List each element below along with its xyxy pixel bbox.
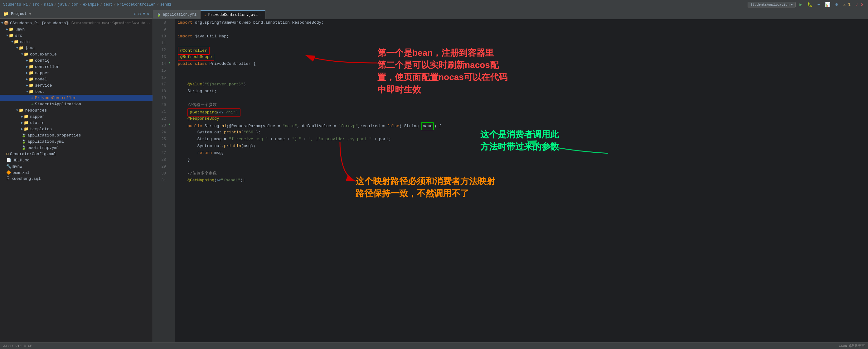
controller-label: controller	[35, 65, 59, 69]
line-num-31: 31	[153, 177, 166, 184]
tree-java[interactable]: ▼ 📁 java	[0, 45, 153, 51]
tree-help-md[interactable]: 📄 HELP.md	[0, 157, 153, 163]
code-lines[interactable]: import org.springframework.web.bind.anno…	[175, 19, 868, 342]
tree-mapper2[interactable]: ▶ 📁 mapper	[0, 113, 153, 120]
code-line-19	[178, 95, 865, 102]
code-line-26: System.out.println(msg);	[178, 143, 865, 149]
main-label: main	[20, 40, 30, 44]
profile-button[interactable]: 📊	[824, 1, 832, 8]
tree-generator-config[interactable]: ⚙ GeneratorConfig.xml	[0, 151, 153, 157]
sidebar: 📁 Project ▼ ⊕ ⚙ ≡ ✕ ▼ 📦 CStudents_P1 [cs…	[0, 9, 153, 342]
line-num-18: 18	[153, 88, 166, 95]
tree-students-application[interactable]: ☕ StudentsApplication	[0, 101, 153, 107]
tab-privode-controller[interactable]: ☕ PrivodeController.java ✕	[200, 10, 266, 19]
settings-button[interactable]: ⚙	[834, 1, 839, 8]
tree-pom-xml[interactable]: 🔶 pom.xml	[0, 170, 153, 176]
tree-config[interactable]: ▶ 📁 config	[0, 57, 153, 64]
test-label: test	[35, 90, 44, 94]
app-props-label: application.properties	[27, 133, 81, 138]
line-num-9: 9	[153, 26, 166, 33]
code-line-14: public class PrivodeController {	[178, 61, 865, 67]
scope-icon[interactable]: ⊕	[134, 11, 136, 16]
tree-test[interactable]: ▼ 📁 test	[0, 89, 153, 95]
line-num-22: 22	[153, 115, 166, 122]
line-num-16: 16	[153, 74, 166, 81]
code-line-11	[178, 40, 865, 47]
tab-application-yml[interactable]: 🍃 application.yml	[153, 10, 200, 19]
line-numbers: 8 9 10 11 12 13 14 15 16 17 18 19 20 21	[153, 19, 168, 342]
tree-model[interactable]: ▶ 📁 model	[0, 76, 153, 82]
tree-main[interactable]: ▼ 📁 main	[0, 39, 153, 45]
tree-com-example[interactable]: ▼ 📁 com.example	[0, 51, 153, 57]
tree-mvn[interactable]: ▶ 📁 .mvn	[0, 26, 153, 32]
line-num-11: 11	[153, 40, 166, 47]
code-line-28: }	[178, 156, 865, 163]
line-num-19: 19	[153, 95, 166, 102]
tree-app-yml[interactable]: 🍃 application.yml	[0, 138, 153, 145]
static-label: static	[30, 120, 44, 125]
line-num-8: 8	[153, 19, 166, 26]
line-num-20: 20	[153, 102, 166, 108]
tree-resources[interactable]: ▼ 📁 resources	[0, 107, 153, 113]
editor-content[interactable]: 8 9 10 11 12 13 14 15 16 17 18 19 20 21	[153, 19, 868, 342]
tree-mvnw[interactable]: 🔧 mvnw	[0, 163, 153, 170]
line-num-23: 23	[153, 122, 166, 129]
status-left: 23:47 UTF-8 LF	[3, 344, 32, 348]
code-line-31: @GetMapping(⊙∨"/send1")|	[178, 177, 865, 184]
code-line-8: import org.springframework.web.bind.anno…	[178, 19, 865, 26]
coverage-button[interactable]: ☂	[816, 1, 821, 8]
line-num-29: 29	[153, 163, 166, 170]
code-line-18: String port;	[178, 88, 865, 95]
hide-icon[interactable]: ✕	[147, 11, 149, 16]
line-num-26: 26	[153, 143, 166, 149]
code-line-24: System.out.println("666");	[178, 129, 865, 136]
csdn-label: CSDN @君攸于市	[839, 343, 865, 348]
line-num-15: 15	[153, 67, 166, 74]
code-line-21: @GetMapping(⊙∨"/hi")	[178, 108, 865, 115]
code-line-23: public String hi(@RequestParam(value = "…	[178, 122, 865, 129]
run-button[interactable]: ▶	[798, 1, 803, 8]
debug-button[interactable]: 🐛	[806, 1, 814, 8]
run-config-selector[interactable]: StudentsApplication ▼	[748, 2, 796, 7]
code-line-10: import java.util.Map;	[178, 33, 865, 40]
tree-service[interactable]: ▶ 📁 service	[0, 82, 153, 89]
gear-icon[interactable]: ⚙	[138, 11, 141, 16]
line-num-14: 14	[153, 61, 166, 67]
yml-tab-icon: 🍃	[157, 13, 161, 17]
root-label: CStudents_P1 [cstudents]	[10, 21, 68, 26]
tab-close-button[interactable]: ✕	[259, 13, 261, 17]
tab-bar: 🍃 application.yml ☕ PrivodeController.ja…	[153, 9, 868, 19]
file-tree: ▼ 📦 CStudents_P1 [cstudents] E:\test\cst…	[0, 19, 153, 183]
tree-static[interactable]: ▶ 📁 static	[0, 120, 153, 126]
config-label: config	[35, 58, 50, 63]
tree-src[interactable]: ▼ 📁 src	[0, 32, 153, 39]
tree-bootstrap-yml[interactable]: 🍃 bootstrap.yml	[0, 145, 153, 151]
tree-templates[interactable]: ▶ 📁 templates	[0, 126, 153, 132]
src-label: src	[15, 33, 22, 38]
code-line-29	[178, 163, 865, 170]
collapse-icon[interactable]: ≡	[143, 11, 145, 16]
line-num-25: 25	[153, 136, 166, 143]
sidebar-toolbar: ⊕ ⚙ ≡ ✕	[134, 11, 149, 16]
tree-app-props[interactable]: 🍃 application.properties	[0, 132, 153, 138]
top-bar: Students_P1 / src / main / java / com / …	[0, 0, 868, 9]
breadcrumb: Students_P1 / src / main / java / com / …	[3, 2, 171, 7]
tree-privode-controller[interactable]: ☕ PrivodeController	[0, 95, 153, 101]
code-line-27: return msg;	[178, 149, 865, 156]
code-line-15	[178, 67, 865, 74]
line-num-27: 27	[153, 149, 166, 156]
students-application-label: StudentsApplication	[35, 102, 81, 107]
tree-controller[interactable]: ▶ 📁 controller	[0, 64, 153, 70]
warning-icon: ⚠ 1	[842, 1, 852, 8]
tab-label-privode: PrivodeController.java	[208, 13, 258, 17]
status-bar: 23:47 UTF-8 LF CSDN @君攸于市	[0, 342, 868, 349]
tree-mapper[interactable]: ▶ 📁 mapper	[0, 70, 153, 76]
service-label: service	[35, 83, 52, 88]
tree-xuesheng-sql[interactable]: 🗄 xuesheng.sql	[0, 176, 153, 182]
tree-root[interactable]: ▼ 📦 CStudents_P1 [cstudents] E:\test\cst…	[0, 20, 153, 26]
java-label: java	[25, 46, 35, 50]
xuesheng-sql-label: xuesheng.sql	[11, 176, 41, 181]
sidebar-title: Project	[11, 12, 27, 16]
project-dropdown[interactable]: ▼	[29, 12, 31, 16]
com-example-label: com.example	[30, 52, 57, 57]
